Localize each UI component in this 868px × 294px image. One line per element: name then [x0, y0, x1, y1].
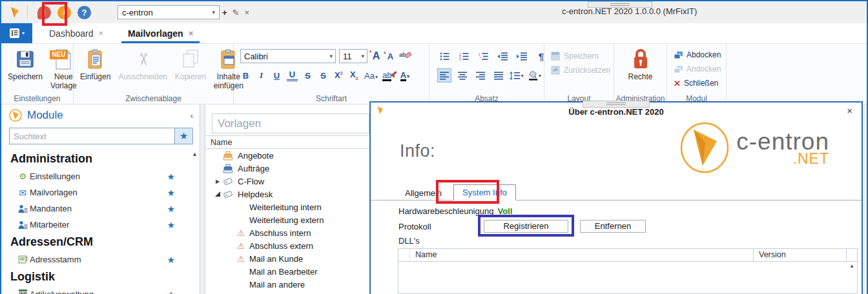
sidebar-item-mailvorlagen[interactable]: ✉ Mailvorlagen ★ — [10, 184, 192, 201]
close-icon[interactable]: × — [189, 28, 194, 38]
tree-item-abschluss-extern[interactable]: ⚠ Abschluss extern — [205, 239, 369, 252]
font-color-button[interactable]: A▾ — [399, 70, 410, 81]
favorites-filter-button[interactable]: ★ — [174, 128, 192, 144]
tree-item-auftraege[interactable]: Aufträge — [205, 162, 369, 175]
multilevel-list-button[interactable]: 1i — [476, 49, 490, 63]
favorite-star-icon[interactable]: ★ — [167, 289, 175, 294]
tree-item-cflow[interactable]: ▶ C-Flow — [205, 175, 369, 188]
tree-item-helpdesk[interactable]: Helpdesk — [205, 188, 369, 201]
expander-open-icon[interactable] — [215, 191, 220, 197]
ribbon-group-zwischenablage: Einfügen ✂ Ausschneiden Kopieren Inhalte… — [74, 44, 234, 104]
underline-button[interactable]: U — [271, 71, 282, 81]
tree-item-weiterleitung-extern[interactable]: Weiterleitung extern — [205, 213, 369, 226]
favorite-star-icon[interactable]: ★ — [167, 172, 175, 182]
align-left-button[interactable] — [437, 68, 451, 83]
tab-dashboard[interactable]: Dashboard × — [41, 23, 111, 43]
shrink-font-button[interactable]: ▴A — [385, 52, 396, 61]
bullet-list-button[interactable] — [437, 49, 451, 63]
close-icon[interactable]: × — [99, 28, 104, 38]
lock-icon — [631, 48, 650, 70]
sidebar-item-mandanten[interactable]: Mandanten ★ — [10, 201, 192, 217]
warning-icon: ⚠ — [235, 241, 247, 251]
tab-mailvorlagen[interactable]: Mailvorlagen × — [120, 23, 201, 43]
sidebar-title: Module — [27, 109, 191, 122]
tree-item-abschluss-intern[interactable]: ⚠ Abschluss intern — [205, 226, 369, 239]
clear-formatting-button[interactable]: ab — [399, 50, 412, 63]
font-size-select[interactable]: 11 ▾ — [339, 49, 367, 63]
speichern-button[interactable]: Speichern — [4, 46, 46, 93]
group-label: Einstellungen — [1, 94, 73, 103]
numbered-list-button[interactable]: 123 — [457, 49, 471, 63]
panel-drag-handle[interactable] — [588, 1, 652, 8]
line-spacing-button[interactable]: ▾ — [510, 68, 524, 83]
add-profile-button[interactable]: + — [222, 8, 227, 17]
speichern-label: Speichern — [8, 73, 43, 82]
increase-indent-button[interactable] — [515, 49, 529, 63]
double-underline-button[interactable]: U — [287, 70, 298, 81]
decrease-indent-button[interactable] — [495, 49, 510, 63]
entfernen-button[interactable]: Entfernen — [580, 220, 646, 233]
font-family-select[interactable]: Calibri ▾ — [240, 49, 336, 63]
italic-button[interactable]: I — [256, 70, 267, 81]
search-input[interactable] — [10, 128, 174, 144]
header-spacer — [847, 249, 857, 261]
stamp-orange-icon — [223, 151, 233, 161]
shading-button[interactable]: ▾ — [528, 68, 542, 83]
rechte-button[interactable]: Rechte — [624, 46, 656, 93]
column-header-version[interactable]: Version — [754, 249, 847, 261]
favorite-star-icon[interactable]: ★ — [167, 188, 175, 198]
sidebar-item-mitarbeiter[interactable]: Mitarbeiter ★ — [10, 217, 192, 233]
expander-closed-icon[interactable]: ▶ — [213, 179, 222, 184]
dialog-tab-strip: Allgemein System Info — [398, 184, 516, 201]
favorite-star-icon[interactable]: ★ — [167, 204, 175, 214]
edit-profile-icon[interactable]: ✎ — [232, 8, 240, 17]
column-header-name[interactable]: Name — [410, 249, 754, 261]
brand-net: .NET — [793, 150, 829, 168]
favorite-star-icon[interactable]: ★ — [167, 255, 175, 265]
tree-item-mail-an-kunde[interactable]: ⚠ Mail an Kunde — [205, 252, 369, 265]
favorite-star-icon[interactable]: ★ — [167, 220, 175, 230]
sidebar-item-adressstamm[interactable]: Adressstamm ★ — [10, 251, 192, 268]
registrieren-button[interactable]: Registrieren — [484, 220, 568, 233]
dialog-close-icon[interactable]: × — [847, 105, 852, 116]
sidebar-item-einstellungen[interactable]: ⚙ Einstellungen ★ — [10, 168, 192, 184]
table-scroll-up[interactable]: ▲ — [847, 263, 856, 269]
highlight-color-button[interactable]: ab▾ — [382, 70, 395, 81]
align-center-button[interactable] — [455, 68, 470, 83]
change-case-button[interactable]: Aa▾ — [364, 71, 378, 81]
tree-item-mail-an-bearbeiter[interactable]: Mail an Bearbeiter — [205, 265, 369, 278]
grow-font-button[interactable]: ▴A — [371, 50, 382, 62]
neue-vorlage-label: Neue Vorlage — [50, 73, 77, 91]
superscript-button[interactable]: X2 — [333, 70, 344, 80]
font-family-value: Calibri — [241, 52, 327, 61]
dialog-drag-handle[interactable] — [583, 101, 650, 108]
tree-item-angebote[interactable]: Angebote — [205, 149, 369, 162]
sidebar-item-artikelverwaltung[interactable]: Artikelverwaltung ★ — [10, 286, 192, 294]
profile-combobox[interactable]: c-entron ▾ — [118, 5, 220, 19]
chevron-down-icon[interactable]: ▾ — [212, 9, 219, 15]
tree-item-mail-an-andere[interactable]: Mail an andere — [205, 278, 369, 291]
ribbon-group-absatz: 123 1i ¶ ▾ ▾ Absatz — [429, 44, 544, 104]
strikethrough-button[interactable]: S — [302, 71, 313, 81]
collapse-sidebar-icon[interactable]: ‹ — [191, 111, 193, 121]
abdocken-button[interactable]: Abdocken — [674, 48, 723, 62]
tab-system-info[interactable]: System Info — [453, 184, 516, 201]
tab-allgemein[interactable]: Allgemein — [398, 186, 448, 201]
sidebar-scroll-up[interactable]: ▲ — [192, 151, 198, 157]
main-menu-button[interactable]: ▾ — [1, 23, 32, 43]
subscript-button[interactable]: X2 — [349, 70, 360, 81]
justify-button[interactable] — [491, 68, 506, 83]
einfuegen-button[interactable]: Einfügen — [76, 46, 114, 93]
tab-dashboard-label: Dashboard — [49, 28, 94, 39]
feedback-icon[interactable]: ! — [37, 6, 51, 19]
info-icon[interactable]: i — [57, 6, 71, 19]
schliessen-button[interactable]: ✕ Schließen — [674, 76, 723, 90]
help-icon[interactable]: ? — [78, 6, 91, 19]
bold-button[interactable]: B — [240, 71, 251, 81]
remove-profile-icon[interactable]: × — [245, 8, 250, 17]
align-right-button[interactable] — [473, 68, 488, 83]
double-strikethrough-button[interactable]: S — [318, 71, 329, 81]
tree-item-weiterleitung-intern[interactable]: Weiterleitung intern — [205, 201, 369, 213]
layout-zuruecksetzen-button: Zurücksetzen — [551, 63, 611, 77]
neu-badge: NEU — [50, 50, 67, 59]
